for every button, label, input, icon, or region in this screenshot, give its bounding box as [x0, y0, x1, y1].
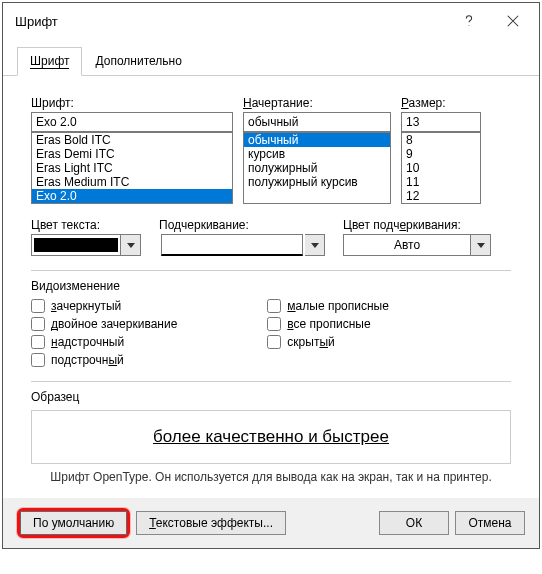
checkbox-double-strikethrough[interactable]: двойное зачеркивание	[31, 317, 177, 331]
list-item[interactable]: Eras Demi ITC	[32, 147, 232, 161]
list-item[interactable]: Eras Light ITC	[32, 161, 232, 175]
tab-label: Шрифт	[30, 54, 69, 69]
text-effects-button[interactable]: Текстовые эффекты...	[136, 511, 286, 535]
style-listbox[interactable]: обычный курсив полужирный полужирный кур…	[243, 132, 391, 204]
tab-font[interactable]: Шрифт	[17, 47, 82, 76]
tutorial-highlight: По умолчанию	[17, 508, 130, 538]
font-note: Шрифт OpenType. Он используется для выво…	[31, 470, 511, 484]
underlinecolor-combo[interactable]: Авто	[343, 234, 491, 256]
checkbox-subscript[interactable]: подстрочный	[31, 353, 177, 367]
size-label: Размер:	[401, 96, 481, 110]
chevron-down-icon	[311, 243, 319, 248]
help-button[interactable]	[447, 5, 491, 37]
list-item[interactable]: обычный	[244, 133, 390, 147]
preview-label: Образец	[31, 390, 511, 404]
preview-text: более качественно и быстрее	[153, 427, 389, 447]
size-listbox[interactable]: 8 9 10 11 12	[401, 132, 481, 204]
underline-label: Подчеркивание:	[159, 218, 325, 232]
tab-strip: Шрифт Дополнительно	[3, 39, 539, 76]
button-row: По умолчанию Текстовые эффекты... ОК Отм…	[3, 498, 539, 548]
dropdown-button[interactable]	[305, 234, 325, 256]
chevron-down-icon	[477, 243, 485, 248]
fontcolor-combo[interactable]	[31, 234, 141, 256]
ok-button[interactable]: ОК	[379, 511, 449, 535]
style-input[interactable]	[243, 112, 391, 132]
checkbox-strikethrough[interactable]: зачеркнутый	[31, 299, 177, 313]
chevron-down-icon	[127, 243, 135, 248]
tab-advanced[interactable]: Дополнительно	[82, 47, 194, 75]
list-item[interactable]: Eras Bold ITC	[32, 133, 232, 147]
list-item[interactable]: 9	[402, 147, 480, 161]
font-dialog: Шрифт Шрифт Дополнительно Шрифт: Eras Bo…	[2, 2, 540, 549]
size-input[interactable]	[401, 112, 481, 132]
window-title: Шрифт	[15, 14, 447, 29]
tab-label: Дополнительно	[95, 54, 181, 68]
underlinecolor-value: Авто	[343, 234, 471, 256]
style-label: Начертание:	[243, 96, 391, 110]
preview-box: более качественно и быстрее	[31, 410, 511, 464]
underline-combo[interactable]	[159, 234, 325, 256]
list-item[interactable]: 11	[402, 175, 480, 189]
list-item[interactable]: полужирный курсив	[244, 175, 390, 189]
underlinecolor-label: Цвет подчеркивания:	[343, 218, 491, 232]
dropdown-button[interactable]	[121, 234, 141, 256]
effects-label: Видоизменение	[31, 279, 511, 293]
list-item[interactable]: курсив	[244, 147, 390, 161]
dropdown-button[interactable]	[471, 234, 491, 256]
list-item[interactable]: Exo 2.0	[32, 189, 232, 203]
font-listbox[interactable]: Eras Bold ITC Eras Demi ITC Eras Light I…	[31, 132, 233, 204]
close-icon	[506, 14, 520, 28]
checkbox-hidden[interactable]: скрытый	[267, 335, 389, 349]
list-item[interactable]: 8	[402, 133, 480, 147]
cancel-button[interactable]: Отмена	[455, 511, 525, 535]
checkbox-superscript[interactable]: надстрочный	[31, 335, 177, 349]
close-button[interactable]	[491, 5, 535, 37]
checkbox-allcaps[interactable]: все прописные	[267, 317, 389, 331]
list-item[interactable]: 10	[402, 161, 480, 175]
list-item[interactable]: полужирный	[244, 161, 390, 175]
color-swatch	[34, 238, 118, 252]
font-label: Шрифт:	[31, 96, 233, 110]
set-default-button[interactable]: По умолчанию	[20, 511, 127, 535]
checkbox-smallcaps[interactable]: малые прописные	[267, 299, 389, 313]
list-item[interactable]: 12	[402, 189, 480, 203]
font-panel: Шрифт: Eras Bold ITC Eras Demi ITC Eras …	[3, 76, 539, 498]
help-icon	[462, 14, 476, 28]
font-input[interactable]	[31, 112, 233, 132]
list-item[interactable]: Eras Medium ITC	[32, 175, 232, 189]
titlebar: Шрифт	[3, 3, 539, 39]
fontcolor-label: Цвет текста:	[31, 218, 141, 232]
